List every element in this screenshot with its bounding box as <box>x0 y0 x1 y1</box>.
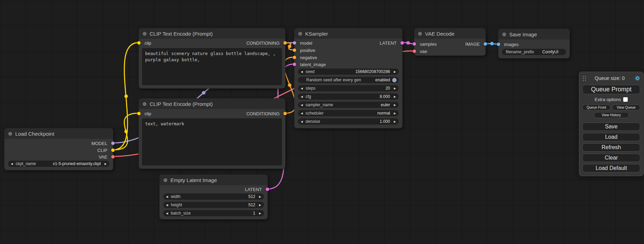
input-label-images: images <box>504 42 519 47</box>
node-title-bar[interactable]: CLIP Text Encode (Prompt) <box>139 99 285 109</box>
collapse-dot-icon[interactable] <box>143 102 147 106</box>
widget-label: scheduler <box>306 111 324 116</box>
prompt-textarea[interactable]: text, watermark <box>142 118 282 165</box>
node-title-bar[interactable]: KSampler <box>294 28 402 39</box>
widget-random-seed-toggle[interactable]: Random seed after every gen enabled <box>298 77 399 83</box>
queue-panel[interactable]: Queue size: 0 Queue Prompt Extra options… <box>579 72 644 176</box>
widget-value: 1 <box>253 211 255 216</box>
node-title-bar[interactable]: Load Checkpoint <box>5 128 113 139</box>
node-title-bar[interactable]: Empty Latent Image <box>160 175 267 185</box>
input-port-clip[interactable] <box>137 41 141 45</box>
node-vae-decode[interactable]: VAE Decode samples IMAGE vae <box>414 28 486 56</box>
widget-value: normal <box>377 111 390 116</box>
widget-steps[interactable]: ◀ steps 20 ▶ <box>298 85 399 91</box>
output-label-model: MODEL <box>91 141 107 146</box>
arrow-left-icon[interactable]: ◀ <box>166 212 170 215</box>
arrow-right-icon[interactable]: ▶ <box>392 95 396 98</box>
load-button[interactable]: Load <box>582 133 640 141</box>
arrow-left-icon[interactable]: ◀ <box>301 95 305 98</box>
input-label-vae: vae <box>420 49 427 54</box>
input-port-vae[interactable] <box>413 49 416 53</box>
node-clip-text-encode-positive[interactable]: CLIP Text Encode (Prompt) clip CONDITION… <box>139 28 285 89</box>
arrow-left-icon[interactable]: ◀ <box>11 162 15 165</box>
queue-front-button[interactable]: Queue Front <box>582 105 610 110</box>
toggle-knob-icon[interactable] <box>392 78 397 82</box>
drag-handle-icon[interactable] <box>582 75 586 81</box>
view-history-button[interactable]: View History <box>594 112 629 118</box>
widget-height[interactable]: ◀ height 512 ▶ <box>163 202 264 208</box>
widget-label: batch_size <box>171 211 191 216</box>
collapse-dot-icon[interactable] <box>298 32 302 36</box>
arrow-left-icon[interactable]: ◀ <box>166 195 170 198</box>
link-dot <box>490 42 494 45</box>
arrow-right-icon[interactable]: ▶ <box>257 195 261 198</box>
widget-cfg[interactable]: ◀ cfg 8.000 ▶ <box>298 93 399 100</box>
arrow-right-icon[interactable]: ▶ <box>392 112 396 115</box>
widget-scheduler[interactable]: ◀ scheduler normal ▶ <box>298 110 399 116</box>
widget-denoise[interactable]: ◀ denoise 1.000 ▶ <box>298 118 399 125</box>
widget-ckpt-name[interactable]: ◀ ckpt_name v1-5-pruned-emaonly.ckpt ▶ <box>8 161 109 167</box>
arrow-right-icon[interactable]: ▶ <box>392 120 396 123</box>
collapse-dot-icon[interactable] <box>8 132 12 136</box>
widget-filename-prefix[interactable]: filename_prefix ComfyUI <box>502 49 566 55</box>
input-port-latent-image[interactable] <box>293 63 296 66</box>
arrow-right-icon[interactable]: ▶ <box>257 204 261 207</box>
output-label-conditioning: CONDITIONING <box>246 40 280 46</box>
input-port-clip[interactable] <box>137 112 141 115</box>
arrow-right-icon[interactable]: ▶ <box>392 87 396 90</box>
arrow-left-icon[interactable]: ◀ <box>301 103 305 107</box>
arrow-left-icon[interactable]: ◀ <box>301 120 305 123</box>
collapse-dot-icon[interactable] <box>143 32 147 36</box>
arrow-left-icon[interactable]: ◀ <box>301 70 305 73</box>
node-clip-text-encode-negative[interactable]: CLIP Text Encode (Prompt) clip CONDITION… <box>139 98 285 169</box>
refresh-button[interactable]: Refresh <box>582 143 640 152</box>
output-port-vae[interactable] <box>111 155 115 159</box>
input-port-images[interactable] <box>497 43 500 46</box>
collapse-dot-icon[interactable] <box>418 32 422 36</box>
view-queue-button[interactable]: View Queue <box>612 105 640 110</box>
collapse-dot-icon[interactable] <box>164 178 167 182</box>
arrow-left-icon[interactable]: ◀ <box>301 112 305 115</box>
output-port-model[interactable] <box>111 142 115 145</box>
queue-prompt-button[interactable]: Queue Prompt <box>582 85 640 94</box>
output-port-clip[interactable] <box>111 148 115 152</box>
node-title-bar[interactable]: VAE Decode <box>414 28 485 39</box>
input-port-negative[interactable] <box>293 56 296 59</box>
input-port-model[interactable] <box>293 41 296 45</box>
extra-options-checkbox[interactable] <box>623 97 628 102</box>
output-port-conditioning[interactable] <box>283 112 287 115</box>
arrow-right-icon[interactable]: ▶ <box>103 162 107 165</box>
link-dot <box>202 91 205 94</box>
widget-label: width <box>171 194 180 199</box>
node-save-image[interactable]: Save Image images filename_prefix ComfyU… <box>498 29 570 58</box>
node-title-bar[interactable]: CLIP Text Encode (Prompt) <box>139 28 285 39</box>
port-row: clip CONDITIONING <box>139 110 285 117</box>
node-empty-latent-image[interactable]: Empty Latent Image LATENT ◀ width 512 ▶ … <box>159 174 268 219</box>
arrow-right-icon[interactable]: ▶ <box>392 70 396 73</box>
widget-label: height <box>171 202 182 207</box>
node-title-bar[interactable]: Save Image <box>499 29 570 39</box>
settings-gear-icon[interactable] <box>635 75 640 81</box>
output-port-conditioning[interactable] <box>283 41 287 45</box>
node-load-checkpoint[interactable]: Load Checkpoint MODEL CLIP VAE ◀ ckpt_na… <box>4 128 113 170</box>
output-port-image[interactable] <box>484 42 487 46</box>
save-button[interactable]: Save <box>582 123 640 131</box>
arrow-right-icon[interactable]: ▶ <box>392 103 396 107</box>
prompt-textarea[interactable]: beautiful scenery nature glass bottle la… <box>142 48 282 85</box>
widget-batch-size[interactable]: ◀ batch_size 1 ▶ <box>163 210 264 216</box>
load-default-button[interactable]: Load Default <box>582 164 640 172</box>
output-label-latent: LATENT <box>380 40 397 46</box>
widget-width[interactable]: ◀ width 512 ▶ <box>163 193 264 200</box>
arrow-right-icon[interactable]: ▶ <box>257 212 261 215</box>
collapse-dot-icon[interactable] <box>502 33 506 36</box>
arrow-left-icon[interactable]: ◀ <box>166 204 170 207</box>
input-port-positive[interactable] <box>293 48 296 52</box>
arrow-left-icon[interactable]: ◀ <box>301 87 305 90</box>
output-port-latent[interactable] <box>400 41 404 45</box>
output-port-latent[interactable] <box>266 188 269 191</box>
widget-sampler-name[interactable]: ◀ sampler_name euler ▶ <box>298 102 399 108</box>
widget-seed[interactable]: ◀ seed 156680208700286 ▶ <box>298 69 399 75</box>
node-ksampler[interactable]: KSampler model LATENT positive negative … <box>294 28 403 128</box>
input-port-samples[interactable] <box>413 42 416 46</box>
clear-button[interactable]: Clear <box>582 154 640 162</box>
